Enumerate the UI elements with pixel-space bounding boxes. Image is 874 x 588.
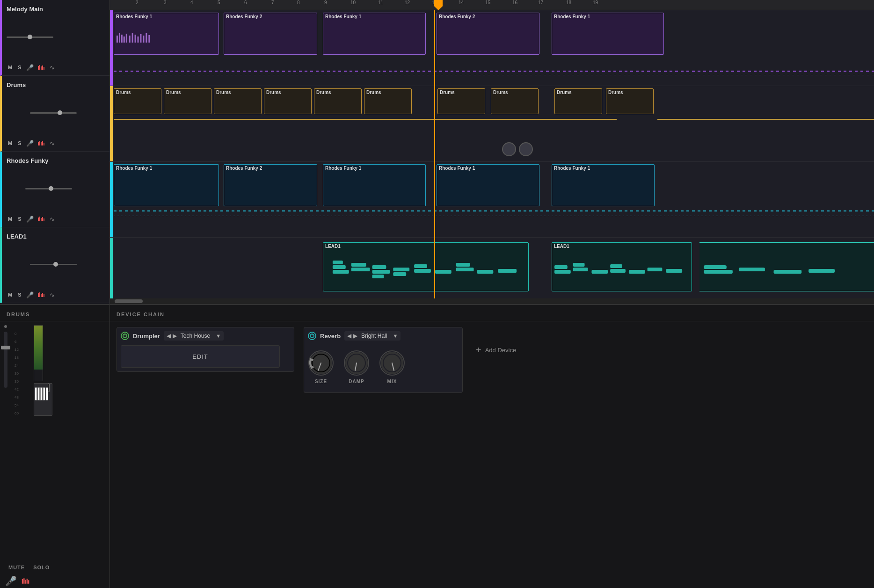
clip-melody-0[interactable]: Rhodes Funky 1 [114, 13, 219, 55]
solo-button[interactable]: SOLO [31, 564, 51, 571]
reverb-size-knob[interactable] [308, 350, 334, 376]
drums-solo-btn[interactable]: S [16, 140, 22, 146]
track-name-melody: Melody Main [7, 6, 105, 13]
clip-drums-5[interactable]: Drums [364, 88, 412, 114]
melody-mic-icon[interactable]: 🎤 [26, 63, 34, 72]
clip-drums-4[interactable]: Drums [314, 88, 362, 114]
svg-rect-19 [44, 294, 44, 297]
clip-rhodes-0[interactable]: Rhodes Funky 1 [114, 164, 219, 206]
mute-button[interactable]: MUTE [7, 564, 27, 571]
lead1-automation-icon[interactable]: ∿ [48, 290, 57, 299]
clip-drums-2[interactable]: Drums [214, 88, 262, 114]
track-row-rhodes[interactable]: Rhodes Funky 1 Rhodes Funky 2 Rhodes Fun… [110, 162, 874, 238]
lead1-volume-slider[interactable] [30, 264, 77, 265]
reverb-preset-nav[interactable]: ◀ ▶ Bright Hall ▼ [344, 331, 401, 341]
drums-automation-icon[interactable]: ∿ [48, 139, 57, 147]
melody-volume-slider[interactable] [7, 36, 53, 38]
ruler-mark-18: 18 [566, 0, 571, 5]
arrangement-scrollbar[interactable] [110, 298, 874, 304]
clip-lead1-0[interactable]: LEAD1 [323, 242, 529, 291]
svg-rect-34 [333, 265, 346, 269]
svg-rect-48 [477, 270, 494, 274]
svg-rect-5 [38, 142, 39, 145]
reverb-dropdown-arrow[interactable]: ▼ [393, 333, 398, 339]
drums-mute-btn[interactable]: M [7, 140, 14, 146]
reverb-damp-knob[interactable] [343, 350, 370, 376]
melody-mute-btn[interactable]: M [7, 64, 14, 71]
rhodes-volume-row [7, 188, 105, 189]
clip-drums-0[interactable]: Drums [114, 88, 161, 114]
drums-volume-slider[interactable] [30, 112, 77, 114]
add-device-button[interactable]: + Add Device [472, 341, 520, 359]
ruler-mark-12: 12 [405, 0, 410, 5]
bottom-panel: DRUMS 0 6 12 18 24 30 36 42 [0, 304, 874, 588]
clip-rhodes-2[interactable]: Rhodes Funky 1 [323, 164, 426, 206]
drums-eq-icon[interactable] [37, 139, 45, 147]
lead1-mute-btn[interactable]: M [7, 291, 14, 298]
melody-eq-icon[interactable] [37, 63, 45, 72]
drums-knob-2 [519, 142, 533, 156]
rhodes-mute-btn[interactable]: M [7, 216, 14, 222]
clip-melody-1[interactable]: Rhodes Funky 2 [224, 13, 317, 55]
key-2 [37, 387, 40, 400]
svg-rect-28 [138, 36, 139, 43]
svg-rect-31 [146, 33, 147, 43]
clip-drums-3[interactable]: Drums [264, 88, 312, 114]
drum-fader-track[interactable]: 0 6 12 18 24 30 36 42 48 54 60 [4, 332, 7, 388]
clip-drums-6[interactable]: Drums [437, 88, 485, 114]
clip-drums-7[interactable]: Drums [491, 88, 539, 114]
drum-mic-icon[interactable]: 🎤 [7, 577, 15, 585]
tracks-container: Rhodes Funky 1 [110, 10, 874, 298]
track-row-drums[interactable]: Drums Drums Drums Drums Drums Drums [110, 86, 874, 162]
clip-lead1-2-partial[interactable] [699, 242, 874, 291]
drumpler-edit-btn[interactable]: EDIT [121, 345, 280, 368]
reverb-mix-knob[interactable] [379, 350, 405, 376]
rhodes-solo-btn[interactable]: S [16, 216, 22, 222]
melody-solo-btn[interactable]: S [16, 64, 22, 71]
clip-drums-1[interactable]: Drums [164, 88, 211, 114]
lead1-mic-icon[interactable]: 🎤 [26, 290, 34, 299]
rhodes-volume-slider[interactable] [25, 188, 72, 189]
lead1-eq-icon[interactable] [37, 290, 45, 299]
drumpler-next-preset[interactable]: ▶ [173, 333, 177, 339]
clip-melody-4[interactable]: Rhodes Funky 1 [552, 13, 664, 55]
reverb-prev-preset[interactable]: ◀ [347, 333, 351, 339]
track-name-rhodes: Rhodes Funky [7, 157, 105, 164]
ruler-mark-6: 6 [244, 0, 247, 5]
clip-rhodes-1[interactable]: Rhodes Funky 2 [224, 164, 317, 206]
track-row-melody[interactable]: Rhodes Funky 1 [110, 10, 874, 86]
drumpler-prev-preset[interactable]: ◀ [167, 333, 171, 339]
svg-rect-8 [42, 141, 43, 145]
db-24: 24 [15, 363, 19, 368]
ruler-mark-15: 15 [485, 0, 490, 5]
drums-mic-icon[interactable]: 🎤 [26, 139, 34, 147]
drum-fader-thumb[interactable] [1, 346, 10, 349]
scrollbar-thumb[interactable] [115, 299, 143, 303]
track-row-lead1[interactable]: LEAD1 [110, 238, 874, 298]
clip-rhodes-3[interactable]: Rhodes Funky 1 [437, 164, 539, 206]
db-6: 6 [15, 340, 19, 344]
reverb-power-btn[interactable] [308, 332, 316, 340]
ruler[interactable]: 2 3 4 5 6 7 8 9 10 11 12 13 14 15 16 17 … [110, 0, 874, 10]
clip-label-drums-8: Drums [557, 90, 572, 95]
svg-rect-61 [704, 265, 726, 269]
melody-automation-icon[interactable]: ∿ [48, 63, 57, 72]
db-18: 18 [15, 356, 19, 360]
clip-rhodes-4[interactable]: Rhodes Funky 1 [552, 164, 655, 206]
clip-melody-3[interactable]: Rhodes Funky 2 [437, 13, 539, 55]
rhodes-automation-icon[interactable]: ∿ [48, 215, 57, 223]
svg-rect-26 [132, 33, 133, 43]
drum-bars-icon[interactable] [22, 577, 30, 585]
rhodes-mic-icon[interactable]: 🎤 [26, 215, 34, 223]
clip-drums-9[interactable]: Drums [606, 88, 654, 114]
lead1-solo-btn[interactable]: S [16, 291, 22, 298]
rhodes-eq-icon[interactable] [37, 215, 45, 223]
clip-drums-8[interactable]: Drums [554, 88, 602, 114]
drumpler-dropdown-arrow[interactable]: ▼ [216, 333, 221, 339]
clip-lead1-1[interactable]: LEAD1 [552, 242, 692, 291]
reverb-next-preset[interactable]: ▶ [353, 333, 357, 339]
drumpler-power-btn[interactable] [121, 332, 129, 340]
clip-melody-2[interactable]: Rhodes Funky 1 [323, 13, 426, 55]
svg-rect-14 [44, 218, 44, 221]
drumpler-preset-nav[interactable]: ◀ ▶ Tech House ▼ [164, 331, 224, 341]
